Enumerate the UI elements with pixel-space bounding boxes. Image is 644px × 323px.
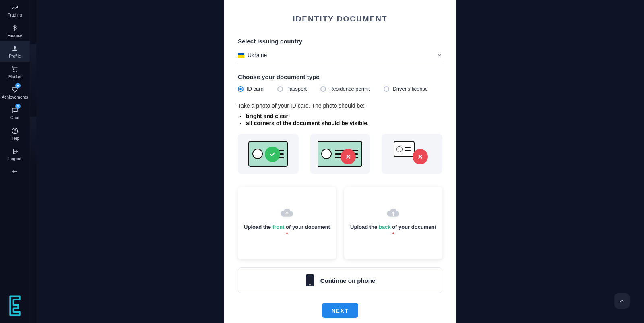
cross-icon <box>413 149 428 164</box>
svg-point-2 <box>16 71 17 72</box>
sidebar-item-finance[interactable]: Finance <box>0 21 30 41</box>
sidebar: Trading Finance Profile Market ● Achieve… <box>0 0 30 323</box>
collapse-sidebar-button[interactable] <box>0 164 30 180</box>
sidebar-item-help[interactable]: Help <box>0 123 30 144</box>
upload-back-button[interactable]: Upload the back of your document * <box>344 187 442 259</box>
svg-rect-5 <box>238 53 244 55</box>
arrow-left-icon <box>12 168 18 175</box>
svg-point-1 <box>14 71 14 72</box>
country-section-label: Select issuing country <box>238 38 442 45</box>
radio-label: Residence permit <box>329 86 370 92</box>
identity-document-card: IDENTITY DOCUMENT Select issuing country… <box>224 0 456 323</box>
sidebar-item-label: Achievements <box>2 95 28 99</box>
notification-badge: ● <box>15 83 21 88</box>
sidebar-item-label: Help <box>10 136 19 141</box>
country-name: Ukraine <box>248 52 267 58</box>
sidebar-item-label: Logout <box>8 157 21 161</box>
logout-icon <box>11 148 19 155</box>
chevron-down-icon <box>437 52 442 58</box>
idcard-illustration-cropped <box>318 141 362 167</box>
upload-front-label: Upload the front of your document * <box>243 224 331 238</box>
photo-examples <box>238 134 442 174</box>
brand-logo <box>0 289 30 323</box>
next-button[interactable]: NEXT <box>322 303 359 318</box>
instruction-bullets: bright and clear, all corners of the doc… <box>246 113 442 126</box>
chat-badge: 5 <box>15 104 21 109</box>
upload-back-label: Upload the back of your document * <box>349 224 438 238</box>
chevron-up-icon <box>619 298 625 304</box>
example-too-small <box>382 134 442 174</box>
instruction-text: Take a photo of your ID card. The photo … <box>238 102 442 109</box>
bullet-item: bright and clear, <box>246 113 442 119</box>
example-cropped <box>310 134 371 174</box>
thumbnail-strip <box>30 0 36 323</box>
sidebar-item-trading[interactable]: Trading <box>0 0 30 21</box>
sidebar-item-label: Trading <box>8 13 22 17</box>
radio-label: Passport <box>286 86 307 92</box>
svg-point-8 <box>309 284 311 286</box>
sidebar-item-achievements[interactable]: ● Achievements <box>0 82 30 103</box>
continue-on-phone-button[interactable]: Continue on phone <box>238 267 442 293</box>
user-icon <box>11 45 19 52</box>
help-icon <box>11 127 19 135</box>
sidebar-item-market[interactable]: Market <box>0 62 30 82</box>
sidebar-item-label: Profile <box>9 54 21 58</box>
smartphone-icon <box>305 273 315 287</box>
radio-label: Driver's license <box>392 86 428 92</box>
idcard-illustration-small <box>394 141 415 157</box>
page-title: IDENTITY DOCUMENT <box>238 14 442 23</box>
doctype-radio-idcard[interactable]: ID card <box>238 86 264 92</box>
doctype-radio-residence[interactable]: Residence permit <box>320 86 370 92</box>
cloud-upload-icon <box>280 208 294 219</box>
doctype-radio-group: ID card Passport Residence permit Driver… <box>238 86 442 92</box>
sidebar-item-logout[interactable]: Logout <box>0 144 30 164</box>
radio-label: ID card <box>247 86 264 92</box>
country-select[interactable]: Ukraine <box>238 50 442 62</box>
upload-front-button[interactable]: Upload the front of your document * <box>238 187 336 259</box>
upload-row: Upload the front of your document * Uplo… <box>238 187 442 259</box>
sidebar-item-chat[interactable]: 5 Chat <box>0 103 30 123</box>
svg-point-0 <box>14 46 16 49</box>
doctype-section-label: Choose your document type <box>238 73 442 80</box>
svg-rect-6 <box>238 55 244 58</box>
cloud-upload-icon <box>386 208 400 219</box>
chart-line-icon <box>11 4 19 11</box>
bullet-item: all corners of the document should be vi… <box>246 120 442 126</box>
sidebar-item-label: Market <box>8 75 21 79</box>
doctype-radio-drivers[interactable]: Driver's license <box>384 86 428 92</box>
sidebar-item-label: Finance <box>8 33 23 38</box>
example-good <box>238 134 299 174</box>
main-area: IDENTITY DOCUMENT Select issuing country… <box>36 0 644 323</box>
sidebar-item-label: Chat <box>10 116 19 120</box>
check-icon <box>265 147 280 162</box>
continue-on-phone-label: Continue on phone <box>320 277 376 284</box>
dollar-icon <box>11 25 19 32</box>
flag-icon <box>238 53 244 58</box>
sidebar-item-profile[interactable]: Profile <box>0 41 30 62</box>
svg-point-4 <box>14 132 15 133</box>
cart-icon <box>11 66 19 73</box>
scroll-top-button[interactable] <box>614 293 630 309</box>
doctype-radio-passport[interactable]: Passport <box>277 86 307 92</box>
